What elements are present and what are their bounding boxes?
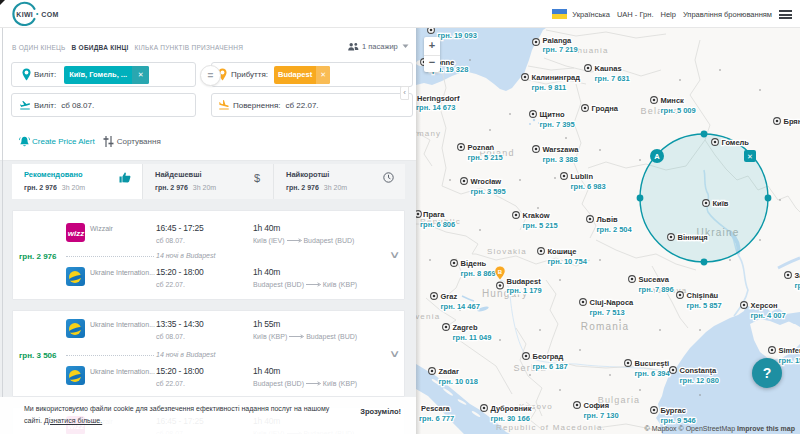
svg-text:Львів: Львів [597, 215, 619, 224]
svg-text:Pescara: Pescara [421, 404, 451, 413]
svg-text:Constanţa: Constanţa [680, 366, 717, 375]
svg-text:Херсон: Херсон [751, 301, 778, 310]
svg-text:грн. 5 215: грн. 5 215 [523, 221, 558, 230]
svg-text:Poznań: Poznań [468, 143, 495, 152]
svg-text:Heringsdorf: Heringsdorf [417, 94, 460, 103]
svg-text:грн. 19 093: грн. 19 093 [438, 31, 477, 40]
svg-text:грн. 14 673: грн. 14 673 [416, 103, 455, 112]
svg-text:Запоріжжя: Запоріжжя [795, 271, 800, 280]
svg-text:грн. 7 130: грн. 7 130 [584, 411, 619, 420]
svg-text:Simferopol: Simferopol [779, 346, 800, 355]
svg-text:грн. 6 777: грн. 6 777 [419, 414, 454, 423]
svg-text:Lublin: Lublin [571, 172, 594, 181]
svg-text:Калининград: Калининград [532, 73, 581, 82]
svg-text:грн. 12 080: грн. 12 080 [680, 376, 719, 385]
svg-text:грн. 4 007: грн. 4 007 [751, 311, 786, 320]
svg-text:wizz: wizz [68, 229, 84, 238]
svg-text:Щитно: Щитно [540, 110, 565, 119]
svg-text:грн. 30 166: грн. 30 166 [491, 414, 530, 423]
svg-text:грн. 7 631: грн. 7 631 [595, 74, 630, 83]
svg-text:грн. 8 3: грн. 8 3 [795, 281, 800, 290]
svg-text:Дубровник: Дубровник [491, 404, 532, 413]
svg-text:A: A [654, 152, 660, 161]
svg-text:грн. 1 179: грн. 1 179 [507, 286, 542, 295]
svg-text:грн. 5 857: грн. 5 857 [687, 301, 722, 310]
svg-text:Kaunas: Kaunas [595, 64, 622, 73]
svg-text:Гомель: Гомель [722, 138, 750, 147]
svg-text:грн. 10 754: грн. 10 754 [548, 257, 588, 266]
svg-text:Бургас: Бургас [661, 406, 686, 415]
svg-text:Slovakia: Slovakia [487, 247, 527, 256]
svg-text:грн. 6 394: грн. 6 394 [635, 369, 671, 378]
svg-text:Брянск: Брянск [784, 117, 800, 126]
svg-text:грн. 7 513: грн. 7 513 [590, 308, 625, 317]
svg-text:грн. 9 811: грн. 9 811 [532, 83, 567, 92]
svg-text:Romania: Romania [581, 321, 629, 332]
svg-text:Київ: Київ [713, 199, 729, 208]
svg-text:Београд: Београд [533, 352, 564, 361]
svg-text:Graz: Graz [441, 292, 458, 301]
svg-text:Chişinău: Chişinău [687, 291, 719, 300]
svg-text:Warszawa: Warszawa [543, 145, 580, 154]
svg-text:✕: ✕ [747, 153, 753, 160]
svg-text:грн. 5 009: грн. 5 009 [661, 106, 696, 115]
svg-text:Suceava: Suceava [639, 275, 670, 284]
svg-text:Кошице: Кошице [548, 247, 577, 256]
svg-text:Відень: Відень [461, 259, 487, 268]
svg-text:Zadar: Zadar [439, 367, 460, 376]
svg-text:грн. 6 806: грн. 6 806 [420, 220, 455, 229]
svg-text:Kraków: Kraków [523, 211, 550, 220]
svg-text:Budapest: Budapest [507, 277, 542, 286]
svg-text:Wrocław: Wrocław [471, 177, 502, 186]
svg-text:Вінниця: Вінниця [678, 233, 708, 242]
svg-text:Republic of Macedonia.: Republic of Macedonia. [496, 423, 606, 432]
svg-text:грн. 8 869: грн. 8 869 [461, 269, 496, 278]
svg-text:B: B [498, 269, 503, 275]
svg-text:грн. 15 2: грн. 15 2 [779, 356, 800, 365]
svg-text:грн. 7 896: грн. 7 896 [639, 285, 674, 294]
svg-text:Гродна: Гродна [592, 104, 619, 113]
svg-text:грн. 2 504: грн. 2 504 [597, 225, 633, 234]
svg-text:грн. 7 219: грн. 7 219 [543, 45, 578, 54]
svg-text:грн. 14 467: грн. 14 467 [441, 302, 480, 311]
svg-text:Bucureşti: Bucureşti [635, 359, 670, 368]
svg-text:Прага: Прага [423, 210, 445, 219]
svg-text:COM: COM [41, 11, 58, 18]
svg-text:Минск: Минск [661, 96, 685, 105]
svg-text:грн. 6 983: грн. 6 983 [571, 182, 606, 191]
svg-text:KIWI: KIWI [16, 11, 33, 18]
svg-text:София: София [584, 401, 610, 410]
svg-text:грн. 11 049: грн. 11 049 [453, 333, 492, 342]
svg-text:Palanga: Palanga [543, 36, 573, 45]
svg-text:грн. 3 595: грн. 3 595 [471, 187, 506, 196]
svg-text:грн. 7 395: грн. 7 395 [540, 120, 575, 129]
svg-text:грн. 5 215: грн. 5 215 [468, 153, 503, 162]
svg-text:грн. 6 187: грн. 6 187 [533, 362, 568, 371]
svg-text:$: $ [254, 172, 260, 184]
svg-text:грн. 3 388: грн. 3 388 [543, 155, 578, 164]
svg-text:Zagreb: Zagreb [453, 323, 478, 332]
svg-text:грн. 10 018: грн. 10 018 [439, 377, 478, 386]
svg-text:Cluj-Napoca: Cluj-Napoca [590, 298, 635, 307]
svg-text:грн. 9 546: грн. 9 546 [661, 416, 696, 425]
